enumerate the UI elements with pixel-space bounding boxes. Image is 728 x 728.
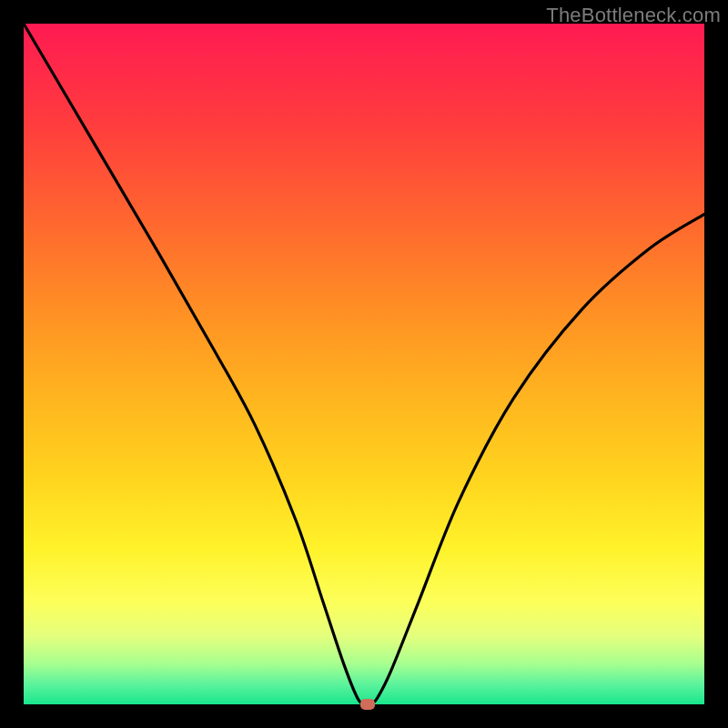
plot-area — [24, 24, 704, 704]
watermark-text: TheBottleneck.com — [546, 4, 721, 27]
minimum-marker — [360, 699, 375, 710]
bottleneck-curve — [24, 24, 704, 704]
chart-frame: TheBottleneck.com — [0, 0, 728, 728]
